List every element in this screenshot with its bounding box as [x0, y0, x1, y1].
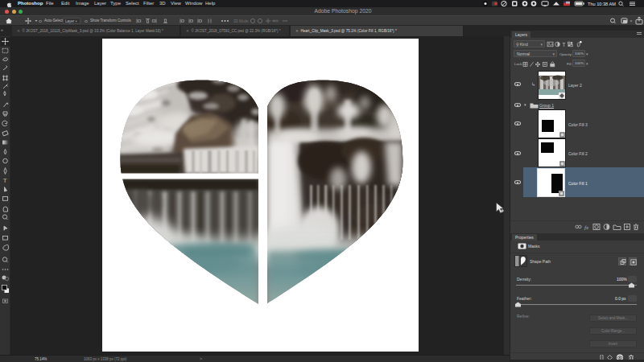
svg-text:fx: fx — [584, 224, 589, 231]
svg-text:T: T — [563, 41, 566, 47]
